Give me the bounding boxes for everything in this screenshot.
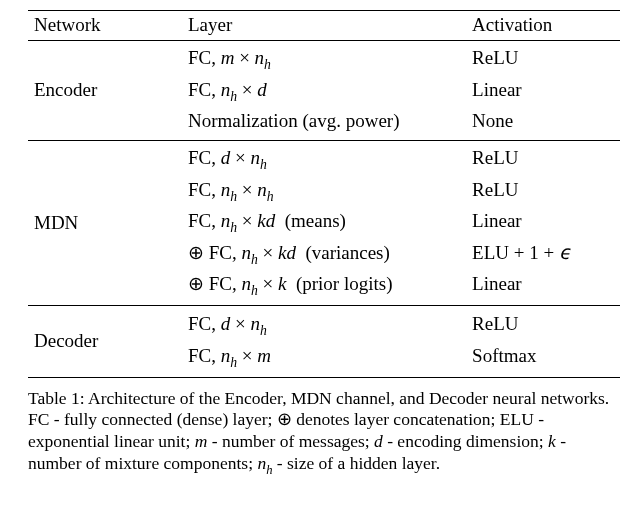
network-name: Encoder (28, 44, 182, 136)
caption-text: Architecture of the Encoder, MDN channel… (28, 388, 609, 474)
table-header-row: Network Layer Activation (28, 11, 620, 41)
network-name: Decoder (28, 310, 182, 373)
layer-cell: FC, nh × d (182, 76, 466, 108)
activation-cell: ELU + 1 + ϵ (466, 239, 620, 271)
activation-cell: ReLU (466, 176, 620, 208)
header-layer: Layer (182, 11, 466, 41)
activation-cell: Softmax (466, 342, 620, 374)
table-row: MDNFC, d × nhReLU (28, 144, 620, 176)
layer-cell: FC, nh × kd (means) (182, 207, 466, 239)
layer-cell: FC, nh × m (182, 342, 466, 374)
layer-cell: FC, d × nh (182, 144, 466, 176)
activation-cell: Linear (466, 270, 620, 302)
header-network: Network (28, 11, 182, 41)
table-row: DecoderFC, d × nhReLU (28, 310, 620, 342)
layer-cell: FC, m × nh (182, 44, 466, 76)
activation-cell: ReLU (466, 310, 620, 342)
architecture-table: Network Layer Activation EncoderFC, m × … (28, 10, 620, 378)
layer-cell: FC, nh × nh (182, 176, 466, 208)
activation-cell: ReLU (466, 44, 620, 76)
table-row: EncoderFC, m × nhReLU (28, 44, 620, 76)
table-body: EncoderFC, m × nhReLUFC, nh × dLinearNor… (28, 40, 620, 377)
caption-label: Table 1: (28, 388, 85, 408)
network-name: MDN (28, 144, 182, 302)
layer-cell: FC, d × nh (182, 310, 466, 342)
activation-cell: None (466, 107, 620, 136)
layer-cell: ⊕ FC, nh × k (prior logits) (182, 270, 466, 302)
activation-cell: Linear (466, 76, 620, 108)
activation-cell: Linear (466, 207, 620, 239)
layer-cell: ⊕ FC, nh × kd (variances) (182, 239, 466, 271)
layer-cell: Normalization (avg. power) (182, 107, 466, 136)
activation-cell: ReLU (466, 144, 620, 176)
table-caption: Table 1: Architecture of the Encoder, MD… (28, 388, 620, 479)
header-activation: Activation (466, 11, 620, 41)
